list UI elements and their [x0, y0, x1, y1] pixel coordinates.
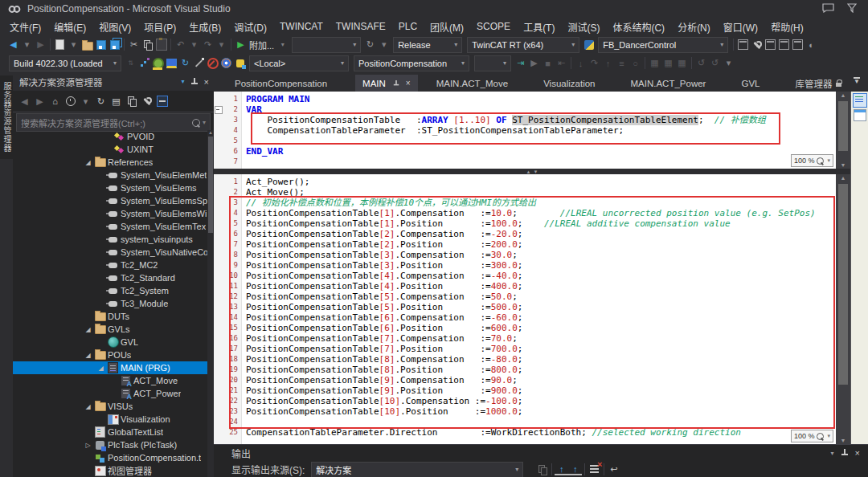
configuration-combobox[interactable]: Release▾	[393, 37, 462, 53]
notification-funnel-icon[interactable]	[847, 3, 857, 15]
tab-overflow-icon[interactable]: ▼	[854, 77, 860, 84]
tree-item[interactable]: ◢References	[13, 156, 207, 169]
tree-item[interactable]: 视图管理器	[13, 464, 207, 477]
tree-item[interactable]: System_VisuElemTex	[13, 220, 207, 233]
tree-item[interactable]: System_VisuNativeCo	[13, 246, 207, 259]
code-line[interactable]: 23PositionCompensationTable[10].Position…	[214, 406, 836, 417]
code-line[interactable]: 19PositionCompensationTable[8].Position …	[214, 365, 836, 375]
menu-item[interactable]: 团队(M)	[424, 18, 470, 35]
code-line[interactable]: 2Act_Move();	[214, 187, 836, 198]
step-out-icon[interactable]: ↑	[601, 56, 615, 70]
run-to-cursor-icon[interactable]: ≡	[615, 56, 628, 70]
menu-item[interactable]: PLC	[392, 19, 424, 34]
editor-tab[interactable]: MAIN.ACT_Power	[624, 75, 714, 92]
code-line[interactable]: 6PositionCompensationTable[2].Compensati…	[214, 229, 836, 239]
refresh-drop-icon[interactable]: ▾	[377, 38, 391, 51]
code-line[interactable]: 10PositionCompensationTable[4].Compensat…	[214, 271, 836, 281]
disable-breakpoints-icon[interactable]: ▦	[675, 56, 689, 70]
code-line[interactable]: 24	[214, 417, 836, 427]
search-icon[interactable]	[192, 119, 200, 127]
refresh-icon[interactable]: ↻	[363, 38, 377, 51]
feedback-bubble-icon[interactable]	[822, 3, 834, 15]
tc-target-system-icon[interactable]	[165, 56, 178, 70]
pending-filter-drop-icon[interactable]: ▾	[79, 95, 92, 108]
code-line[interactable]: 2VAR	[214, 104, 836, 115]
code-line[interactable]: 1Act_Power();	[214, 177, 836, 187]
menu-item[interactable]: 视图(V)	[92, 18, 137, 35]
code-line[interactable]: 4PositionCompensationTable[1].Compensati…	[214, 208, 836, 218]
textual-view-icon[interactable]	[853, 93, 867, 108]
tree-item[interactable]: ACT_Power	[13, 387, 207, 400]
code-line[interactable]: 12PositionCompensationTable[5].Compensat…	[214, 292, 836, 302]
save-icon[interactable]	[94, 38, 108, 51]
platform-combobox[interactable]: TwinCAT RT (x64)▾	[467, 37, 579, 53]
expanded-arrow-icon[interactable]: ◢	[82, 326, 94, 333]
editor-tab[interactable]: MAIN.ACT_Move	[429, 75, 515, 92]
refresh-icon[interactable]: ↻	[94, 95, 108, 108]
tc-run-mode-icon[interactable]	[219, 56, 233, 70]
tree-item[interactable]: Tc2_System	[13, 284, 207, 297]
active-plc-project-combobox[interactable]: PositionCompensation▾	[354, 55, 469, 71]
server-explorer-vertical-tab[interactable]: 服务器资源管理器	[0, 75, 14, 159]
menu-item[interactable]: 分析(N)	[671, 18, 717, 35]
back-icon[interactable]: ◀	[18, 95, 31, 108]
code-line[interactable]: 15PositionCompensationTable[6].Position …	[214, 323, 836, 333]
close-icon[interactable]: ×	[406, 79, 411, 88]
menu-item[interactable]: 调试(D)	[227, 18, 273, 35]
forward-icon[interactable]: ▶	[34, 38, 47, 51]
toggle-breakpoint-icon[interactable]: ▦	[661, 56, 675, 70]
tree-item[interactable]: ◢GVLs	[13, 323, 207, 336]
build-version-combobox[interactable]: Build 4022.30 (Loaded▾	[9, 55, 121, 71]
menu-item[interactable]: 体系结构(C)	[606, 18, 671, 35]
tree-item[interactable]: PVOID	[13, 130, 207, 143]
redo-icon[interactable]: ↷	[201, 38, 215, 51]
attach-target-combobox[interactable]: ▾	[292, 37, 361, 53]
tree-item[interactable]: GlobalTextList	[13, 426, 207, 438]
next-message-icon[interactable]: ↑	[568, 463, 582, 475]
step-over-icon[interactable]: ↷	[588, 56, 601, 70]
copy-icon[interactable]	[125, 95, 138, 108]
copy-icon[interactable]	[141, 38, 154, 51]
menu-item[interactable]: 工具(T)	[517, 18, 561, 35]
window-position-drop-icon[interactable]: ▾	[182, 78, 185, 85]
start-debug-icon[interactable]: ▶	[234, 38, 248, 51]
word-wrap-icon[interactable]: ↩	[607, 463, 620, 476]
pin-icon[interactable]	[841, 449, 849, 457]
tree-item[interactable]: Visualization	[13, 413, 207, 426]
back-history-drop-icon[interactable]: ▾	[20, 38, 34, 51]
tree-item[interactable]: PositionCompensation.t	[13, 451, 207, 464]
tabular-view-icon[interactable]	[854, 109, 866, 121]
task-combobox[interactable]: ▾	[474, 55, 511, 71]
code-line[interactable]: 8PositionCompensationTable[3].Compensati…	[214, 250, 836, 260]
pin-icon[interactable]	[393, 80, 399, 87]
new-breakpoint-icon[interactable]: ▦	[648, 56, 661, 70]
code-line[interactable]: 7	[214, 157, 836, 167]
toolbar-overflow-drop-icon[interactable]: ▾	[722, 56, 735, 70]
code-line[interactable]: 22PositionCompensationTable[10].Compensa…	[214, 396, 836, 406]
tree-item[interactable]: ACT_Move	[13, 374, 207, 387]
restart-origin-icon[interactable]: ↺	[708, 56, 722, 70]
zoom-magnifier-icon[interactable]	[817, 157, 824, 165]
tc-config-dots-icon[interactable]	[137, 56, 151, 70]
tree-item[interactable]: ◢VISUs	[13, 400, 207, 413]
save-all-icon[interactable]	[108, 38, 121, 51]
code-line[interactable]: 18PositionCompensationTable[8].Compensat…	[214, 354, 836, 365]
tree-item[interactable]: UXINT	[13, 143, 207, 156]
code-line[interactable]: 17PositionCompensationTable[7].Position …	[214, 344, 836, 354]
tree-item[interactable]: System_VisuElemsWi	[13, 207, 207, 220]
tree-item[interactable]: System_VisuElemsSp	[13, 194, 207, 207]
window-position-drop-icon[interactable]: ▾	[831, 450, 834, 457]
menu-item[interactable]: 项目(P)	[137, 18, 182, 35]
solution-search-input[interactable]: 搜索解决方案资源管理器(Ctrl+;) ▾	[16, 113, 211, 132]
expanded-arrow-icon[interactable]: ◢	[82, 403, 94, 410]
expanded-arrow-icon[interactable]: ◢	[82, 352, 94, 359]
code-line[interactable]: 5	[214, 136, 836, 146]
code-line[interactable]: 1PROGRAM MAIN	[214, 94, 836, 104]
menu-item[interactable]: TWINCAT	[273, 19, 330, 34]
code-line[interactable]: 5PositionCompensationTable[1].Position :…	[214, 218, 836, 229]
tree-item[interactable]: Tc3_Module	[13, 297, 207, 310]
menu-item[interactable]: 生成(B)	[182, 18, 227, 35]
code-window-icon[interactable]	[764, 38, 777, 51]
declaration-editor[interactable]: 1PROGRAM MAIN2VAR3 PositionCompensationT…	[214, 92, 836, 169]
fold-marker-icon[interactable]	[215, 106, 223, 114]
